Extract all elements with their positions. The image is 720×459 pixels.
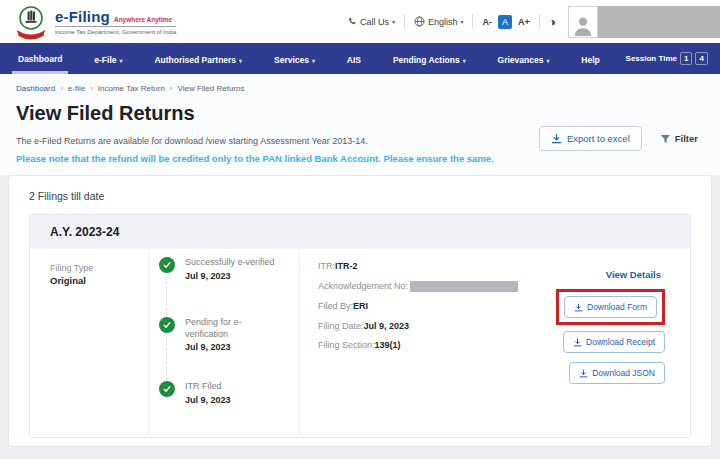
filing-type-column: Filing Type Original [50, 263, 145, 286]
language-label: English [428, 17, 458, 27]
view-details-link[interactable]: View Details [606, 269, 661, 280]
status-timeline: Successfully e-verified Jul 9, 2023 Pend… [148, 249, 300, 438]
nav-item-e-file[interactable]: e-File ▾ [88, 43, 128, 74]
breadcrumb-dashboard[interactable]: Dashboard [16, 84, 55, 93]
timeline-step-date: Jul 9, 2023 [185, 395, 281, 405]
chevron-down-icon: ▾ [392, 18, 395, 25]
red-annotation-highlight: Download Form [556, 289, 665, 325]
font-increase-button[interactable]: A+ [518, 17, 530, 27]
filter-funnel-icon [660, 134, 671, 144]
session-timer: Session Time 1 4 [626, 43, 708, 74]
filing-card-header: A.Y. 2023-24 [30, 215, 690, 249]
chevron-down-icon: ▾ [312, 57, 315, 64]
breadcrumb-separator-icon: › [60, 84, 63, 93]
header-utilities: Call Us ▾ English ▾ A- A A+ ◑ [348, 5, 720, 39]
page-subtitle: The e-Filed Returns are available for do… [16, 136, 368, 146]
breadcrumb-current-page: View Filed Returns [178, 84, 245, 93]
timeline-step-date: Jul 9, 2023 [185, 342, 281, 352]
timeline-step-title: Pending for e-verification [185, 317, 281, 340]
session-digit: 1 [680, 52, 692, 65]
font-size-controls: A- A A+ [482, 15, 529, 29]
national-emblem-icon [14, 4, 48, 40]
check-circle-icon [159, 257, 175, 273]
check-circle-icon [159, 317, 175, 333]
filing-type-label: Filing Type [50, 263, 145, 273]
download-icon [573, 338, 582, 347]
brand-tagline: Anywhere Anytime [114, 16, 172, 23]
filing-type-value: Original [50, 275, 145, 286]
timeline-step-title: Successfully e-verified [185, 257, 281, 269]
download-form-button[interactable]: Download Form [564, 296, 657, 318]
brand-dept-line: Income Tax Department, Government of Ind… [55, 29, 176, 35]
breadcrumb-separator-icon: › [90, 84, 93, 93]
chevron-down-icon: ▾ [463, 57, 466, 64]
breadcrumb: Dashboard › e-file › Income Tax Return ›… [16, 84, 245, 93]
download-json-button[interactable]: Download JSON [569, 362, 665, 384]
avatar [568, 6, 598, 38]
brand-logo[interactable]: e-Filing Anywhere Anytime Income Tax Dep… [14, 4, 176, 40]
filter-control[interactable]: Filter [660, 133, 698, 144]
page-content: Dashboard › e-file › Income Tax Return ›… [0, 74, 720, 459]
toolbar: Export to excel Filter [539, 126, 698, 151]
efiling-view-filed-returns-page: e-Filing Anywhere Anytime Income Tax Dep… [0, 0, 720, 459]
session-timer-label: Session Time [626, 54, 677, 63]
filing-card-ay-2023-24: A.Y. 2023-24 Filing Type Original [29, 214, 691, 438]
redacted-acknowledgement-number [410, 281, 518, 292]
language-menu[interactable]: English ▾ [414, 16, 464, 27]
timeline-step-title: ITR Filed [185, 381, 281, 393]
call-us-label: Call Us [360, 17, 389, 27]
chevron-down-icon: ▾ [119, 57, 122, 64]
nav-item-dashboard[interactable]: Dashboard [12, 43, 68, 74]
session-digit: 4 [695, 52, 707, 65]
nav-item-services[interactable]: Services ▾ [268, 43, 321, 74]
breadcrumb-separator-icon: › [170, 84, 173, 93]
page-title: View Filed Returns [16, 102, 195, 125]
nav-item-help[interactable]: Help [575, 43, 605, 74]
nav-item-pending-actions[interactable]: Pending Actions ▾ [387, 43, 472, 74]
timeline-step-pending-everification: Pending for e-verification Jul 9, 2023 [159, 317, 281, 352]
check-circle-icon [159, 381, 175, 397]
header-divider [539, 14, 540, 29]
filings-panel: 2 Filings till date A.Y. 2023-24 Filing … [8, 175, 712, 447]
assessment-year-label: A.Y. 2023-24 [50, 225, 119, 239]
chevron-down-icon: ▾ [546, 57, 549, 64]
font-decrease-button[interactable]: A- [482, 17, 492, 27]
download-icon [579, 369, 588, 378]
filings-section: 2 Filings till date A.Y. 2023-24 Filing … [0, 175, 720, 459]
redacted-username [598, 6, 720, 38]
timeline-step-itr-filed: ITR Filed Jul 9, 2023 [159, 381, 281, 405]
contrast-toggle-icon[interactable]: ◑ [549, 15, 556, 29]
refund-note: Please note that the refund will be cred… [16, 153, 494, 164]
chevron-down-icon: ▾ [460, 18, 463, 25]
download-receipt-button[interactable]: Download Receipt [563, 331, 665, 353]
brand-text: e-Filing Anywhere Anytime Income Tax Dep… [55, 8, 176, 35]
header-divider [472, 14, 473, 29]
download-icon [574, 303, 583, 312]
font-normal-button[interactable]: A [498, 15, 512, 29]
export-to-excel-button[interactable]: Export to excel [539, 126, 642, 151]
filing-actions: View Details Download Form [505, 263, 665, 384]
chevron-down-icon: ▾ [239, 57, 242, 64]
top-header: e-Filing Anywhere Anytime Income Tax Dep… [0, 0, 720, 43]
call-us-menu[interactable]: Call Us ▾ [348, 17, 395, 27]
user-account-menu[interactable] [568, 5, 720, 39]
globe-icon [414, 16, 425, 27]
header-divider [404, 14, 405, 29]
filings-count: 2 Filings till date [29, 190, 691, 202]
timeline-step-date: Jul 9, 2023 [185, 271, 281, 281]
breadcrumb-income-tax-return[interactable]: Income Tax Return [98, 84, 165, 93]
nav-item-grievances[interactable]: Grievances ▾ [492, 43, 556, 74]
download-icon [551, 133, 562, 144]
brand-name: e-Filing [55, 8, 110, 25]
breadcrumb-e-file[interactable]: e-file [68, 84, 85, 93]
nav-item-ais[interactable]: AIS [341, 43, 367, 74]
filing-card-body: Filing Type Original Succes [30, 249, 690, 438]
phone-icon [348, 17, 357, 26]
main-navbar: Dashboard e-File ▾ Authorised Partners ▾… [0, 43, 720, 74]
timeline-step-verified: Successfully e-verified Jul 9, 2023 [159, 257, 281, 281]
nav-item-authorised-partners[interactable]: Authorised Partners ▾ [148, 43, 248, 74]
